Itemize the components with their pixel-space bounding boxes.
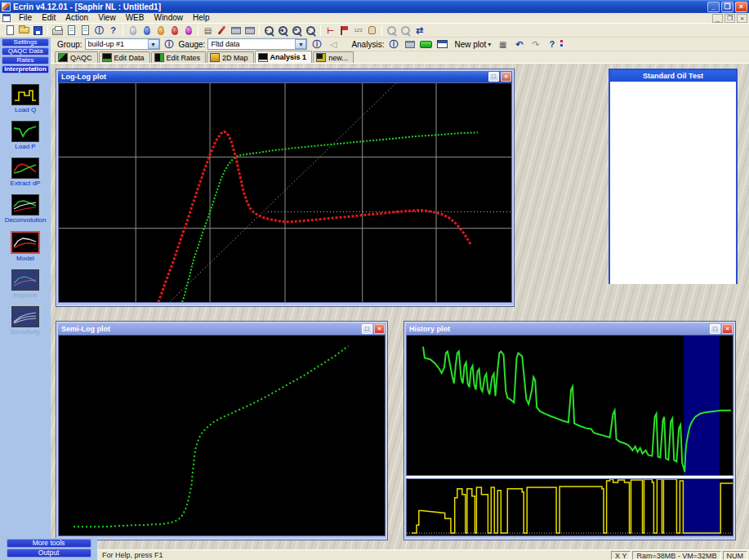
mdi-close-button[interactable]: × [737,14,747,23]
zoom-window-icon[interactable]: ▫ [304,24,318,37]
edit-pen-icon[interactable] [215,24,229,37]
new-plot-button[interactable]: New plot ▾ [452,39,493,50]
flag-red-icon[interactable] [337,24,351,37]
copy-document-icon[interactable] [243,24,256,37]
gauge-info-icon[interactable]: ⓘ [310,38,323,51]
zoom-out-icon[interactable]: - [262,24,276,37]
menu-web[interactable]: WEB [121,13,149,23]
restore-button[interactable]: ❐ [721,2,733,12]
print-icon[interactable] [51,24,65,37]
data-table-icon[interactable]: ▤ [201,24,215,37]
gauge-drop-blue-icon[interactable] [140,24,154,37]
report-page-icon[interactable] [78,24,92,37]
menu-view[interactable]: View [93,13,121,23]
tool-load-q[interactable]: Load Q [0,84,51,113]
marker-line-red-icon[interactable]: ⊢ [323,24,337,37]
more-tools-button[interactable]: More tools [7,539,91,548]
sidebar-nav-qaqc-data[interactable]: QAQC Data [2,47,49,56]
gauge-drop-red-icon[interactable] [167,24,181,37]
gauge-drop-orange-icon[interactable] [154,24,167,37]
tile-windows-icon[interactable]: ▦ [496,38,510,51]
tool-load-p[interactable]: Load P [0,121,51,150]
group-select-arrow-icon[interactable]: ▼ [148,39,159,49]
analysis-active-led-icon[interactable] [419,38,433,51]
menu-help[interactable]: Help [188,13,215,23]
standard-oil-test-body[interactable] [610,82,736,284]
semilog-maximize-button[interactable]: □ [362,324,372,334]
document-icon[interactable] [2,14,11,22]
gauge-drop-magenta-icon[interactable] [181,24,195,37]
tab-qaqc[interactable]: QAQC [55,51,98,63]
help-options-icon[interactable]: ? [545,38,559,51]
history-pressure-panel[interactable] [406,335,733,476]
print-preview-icon[interactable] [65,24,78,37]
analysis-window-icon[interactable] [435,38,449,51]
semilog-close-button[interactable]: × [374,324,385,334]
tool-model[interactable]: Model [0,231,51,262]
tab-edit-rates[interactable]: Edit Rates [151,51,207,63]
mdi-restore-button[interactable]: ❐ [724,14,735,23]
pan-hand-icon[interactable] [365,24,379,37]
loglog-close-button[interactable]: × [501,72,511,82]
scale-123-icon[interactable]: 123 [351,24,365,37]
zoom-next-icon[interactable] [399,24,412,37]
history-rate-panel[interactable] [406,478,733,536]
menu-window[interactable]: Window [149,13,188,23]
new-document-icon[interactable] [3,24,17,37]
context-help-icon[interactable]: ? [106,24,120,37]
qaqc-tab-icon [58,53,68,62]
tab-2d-map[interactable]: 2D Map [207,51,254,63]
open-folder-icon[interactable] [17,24,31,37]
zoom-previous-icon[interactable] [385,24,399,37]
semilog-plot-area[interactable] [58,335,386,536]
minimize-button[interactable]: _ [707,2,720,12]
mdi-minimize-button[interactable]: _ [712,14,723,23]
menu-edit[interactable]: Edit [37,13,60,23]
gauge-select-value: Fltd data [211,40,293,48]
sidebar-nav-interpretation[interactable]: Interpretation [2,65,49,73]
about-info-icon[interactable]: ⓘ [92,24,106,37]
loglog-maximize-button[interactable]: □ [488,72,499,82]
standard-oil-test-title: Standard Oil Test [610,70,736,82]
copy-plot-icon[interactable] [229,24,243,37]
redo-icon[interactable]: ↷ [528,38,542,51]
tab-analysis-1[interactable]: Analysis 1 [255,51,313,63]
semilog-title: Semi-Log plot [61,325,360,333]
undo-icon[interactable]: ↶ [512,38,526,51]
gauge-drop-gray-icon[interactable] [126,24,140,37]
gauge-select[interactable]: Fltd data ▼ [207,38,307,50]
tab-new[interactable]: new... [313,51,354,63]
history-close-button[interactable]: × [722,324,733,334]
menu-file[interactable]: File [14,13,37,23]
loglog-title: Log-Log plot [61,73,487,81]
output-button[interactable]: Output [7,549,91,558]
sidebar-nav-rates[interactable]: Rates [2,56,49,64]
loglog-plot-area[interactable] [58,82,512,303]
history-plot-area [406,335,733,536]
zoom-arrow-icon[interactable]: ◂ [276,24,290,37]
group-select[interactable]: build-up #1 ▼ [85,38,160,50]
mute-speaker-icon[interactable]: ◁ [326,38,340,51]
semilog-title-bar[interactable]: Semi-Log plot □ × [58,323,386,335]
save-icon[interactable] [31,24,45,37]
tool-extract-dp[interactable]: Extract dP [0,158,51,187]
tool-deconvolution[interactable]: Deconvolution [0,194,51,224]
history-title-bar[interactable]: History plot □ × [406,323,733,335]
analysis-info-icon[interactable]: ⓘ [386,38,400,51]
title-bar[interactable]: Ecrin v4.12.01 - [Saphir NL : Untitled1]… [0,0,749,13]
sync-plots-icon[interactable]: ⇄ [412,24,426,37]
document-tab-bar: QAQC Edit Data Edit Rates 2D Map Analysi… [51,51,749,64]
history-maximize-button[interactable]: □ [710,324,720,334]
close-button[interactable]: × [735,2,747,12]
status-memory-cell: Ram=38MB - VM=32MB [632,551,720,560]
tab-edit-data[interactable]: Edit Data [99,51,150,63]
load-q-icon [11,84,39,105]
zoom-in-icon[interactable]: + [290,24,304,37]
copy-analysis-icon[interactable] [403,38,417,51]
menu-action[interactable]: Action [60,13,93,23]
status-num-lock-cell: NUM [723,551,748,560]
gauge-select-arrow-icon[interactable]: ▼ [295,39,306,49]
group-info-icon[interactable]: ⓘ [163,38,176,51]
loglog-title-bar[interactable]: Log-Log plot □ × [58,71,512,82]
sidebar-nav-settings[interactable]: Settings [2,38,49,47]
